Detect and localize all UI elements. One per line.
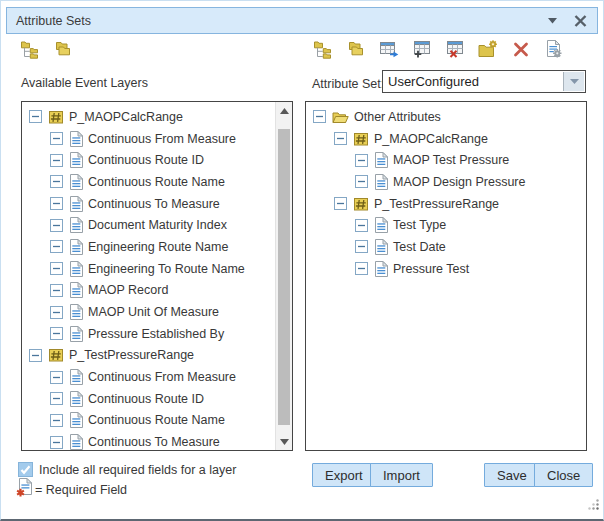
field-doc-icon [69, 217, 83, 233]
minus-box-icon[interactable] [50, 154, 63, 167]
tree-item-maop-unit-of-measure[interactable]: MAOP Unit Of Measure [22, 301, 292, 323]
tree-item-label: P_MAOPCalcRange [69, 110, 183, 124]
minus-box-icon[interactable] [50, 175, 63, 188]
attribute-set-dropdown[interactable]: UserConfigured [382, 70, 586, 93]
scroll-down-icon[interactable] [276, 433, 292, 450]
tree-item-continuous-to-measure[interactable]: Continuous To Measure [22, 193, 292, 215]
field-doc-icon [69, 391, 83, 407]
tree-item-p-maopcalcrange[interactable]: P_MAOPCalcRange [306, 128, 586, 150]
close-icon[interactable] [572, 13, 588, 29]
delete-x-button[interactable] [510, 40, 532, 62]
new-group-folder-button[interactable] [477, 40, 499, 62]
tree-item-p-testpressurerange[interactable]: P_TestPressureRange [306, 193, 586, 215]
minus-box-icon[interactable] [355, 154, 368, 167]
tree-item-pressure-established-by[interactable]: Pressure Established By [22, 323, 292, 345]
tree-item-document-maturity-index[interactable]: Document Maturity Index [22, 214, 292, 236]
tree-item-label: Continuous Route ID [88, 153, 204, 167]
minus-box-icon[interactable] [50, 219, 63, 232]
collapse-all-button[interactable] [345, 40, 367, 62]
export-button[interactable]: Export [312, 463, 376, 487]
field-doc-icon [69, 434, 83, 450]
save-button[interactable]: Save [484, 463, 540, 487]
tree-item-continuous-route-name[interactable]: Continuous Route Name [22, 410, 292, 432]
minus-box-icon[interactable] [50, 371, 63, 384]
collapse-all-button[interactable] [52, 40, 74, 62]
tree-item-pressure-test[interactable]: Pressure Test [306, 258, 586, 280]
include-required-fields-checkbox[interactable] [18, 462, 33, 477]
required-field-icon [16, 478, 33, 501]
attribute-set-tree-panel: Other AttributesP_MAOPCalcRangeMAOP Test… [305, 101, 587, 451]
tree-item-label: MAOP Record [88, 283, 168, 297]
resize-grip[interactable] [586, 497, 600, 515]
tree-item-p-maopcalcrange[interactable]: P_MAOPCalcRange [22, 106, 292, 128]
minus-box-icon[interactable] [355, 262, 368, 275]
minus-box-icon[interactable] [29, 110, 42, 123]
minus-box-icon[interactable] [29, 349, 42, 362]
minus-box-icon[interactable] [50, 262, 63, 275]
tree-item-p-testpressurerange[interactable]: P_TestPressureRange [22, 345, 292, 367]
minus-box-icon[interactable] [355, 175, 368, 188]
close-button[interactable]: Close [534, 463, 593, 487]
new-table-button[interactable] [411, 40, 433, 62]
toolbar-right-group [312, 40, 565, 62]
minus-box-icon[interactable] [355, 219, 368, 232]
tree-item-maop-test-pressure[interactable]: MAOP Test Pressure [306, 149, 586, 171]
tree-item-engineering-route-name[interactable]: Engineering Route Name [22, 236, 292, 258]
minus-box-icon[interactable] [50, 414, 63, 427]
field-doc-icon [69, 369, 83, 385]
tree-item-test-type[interactable]: Test Type [306, 214, 586, 236]
minus-box-icon[interactable] [50, 197, 63, 210]
tree-item-label: Engineering Route Name [88, 240, 228, 254]
scroll-up-icon[interactable] [276, 102, 292, 119]
minus-box-icon[interactable] [50, 392, 63, 405]
collapse-all-icon [53, 41, 73, 62]
tree-item-label: Test Type [393, 218, 446, 232]
remove-table-icon [446, 40, 464, 62]
minus-box-icon[interactable] [355, 240, 368, 253]
minus-box-icon[interactable] [50, 240, 63, 253]
new-group-folder-icon [478, 40, 498, 62]
right-tree: Other AttributesP_MAOPCalcRangeMAOP Test… [306, 102, 586, 280]
tree-item-continuous-from-measure[interactable]: Continuous From Measure [22, 366, 292, 388]
tree-item-test-date[interactable]: Test Date [306, 236, 586, 258]
include-required-fields-label: Include all required fields for a layer [39, 463, 236, 477]
minus-box-icon[interactable] [50, 306, 63, 319]
scrollbar-thumb[interactable] [278, 129, 290, 425]
field-doc-icon [374, 152, 388, 168]
tree-item-label: P_MAOPCalcRange [374, 132, 488, 146]
dock-caret-icon[interactable] [544, 13, 560, 29]
event-layer-icon [48, 109, 64, 125]
check-icon [20, 465, 31, 475]
tree-item-continuous-to-measure[interactable]: Continuous To Measure [22, 431, 292, 451]
minus-box-icon[interactable] [50, 132, 63, 145]
properties-report-button[interactable] [543, 40, 565, 62]
remove-table-button[interactable] [444, 40, 466, 62]
vertical-scrollbar[interactable] [275, 102, 292, 450]
tree-item-continuous-route-id[interactable]: Continuous Route ID [22, 149, 292, 171]
tree-item-continuous-route-id[interactable]: Continuous Route ID [22, 388, 292, 410]
field-doc-icon [374, 239, 388, 255]
minus-box-icon[interactable] [50, 284, 63, 297]
minus-box-icon[interactable] [334, 132, 347, 145]
minus-box-icon[interactable] [334, 197, 347, 210]
tree-item-label: Document Maturity Index [88, 218, 227, 232]
expand-all-button[interactable] [19, 40, 41, 62]
event-layer-icon [353, 196, 369, 212]
import-button[interactable]: Import [370, 463, 433, 487]
toolbar-left-group [19, 40, 74, 62]
expand-all-button[interactable] [312, 40, 334, 62]
add-to-set-table-button[interactable] [378, 40, 400, 62]
tree-item-continuous-from-measure[interactable]: Continuous From Measure [22, 128, 292, 150]
tree-item-maop-design-pressure[interactable]: MAOP Design Pressure [306, 171, 586, 193]
minus-box-icon[interactable] [313, 110, 326, 123]
field-doc-icon [69, 152, 83, 168]
tree-item-continuous-route-name[interactable]: Continuous Route Name [22, 171, 292, 193]
dropdown-button[interactable] [563, 72, 584, 91]
tree-item-other-attributes[interactable]: Other Attributes [306, 106, 586, 128]
tree-item-maop-record[interactable]: MAOP Record [22, 280, 292, 302]
minus-box-icon[interactable] [50, 436, 63, 449]
tree-item-engineering-to-route-name[interactable]: Engineering To Route Name [22, 258, 292, 280]
tree-item-label: MAOP Test Pressure [393, 153, 509, 167]
tree-item-label: Continuous From Measure [88, 370, 236, 384]
minus-box-icon[interactable] [50, 327, 63, 340]
